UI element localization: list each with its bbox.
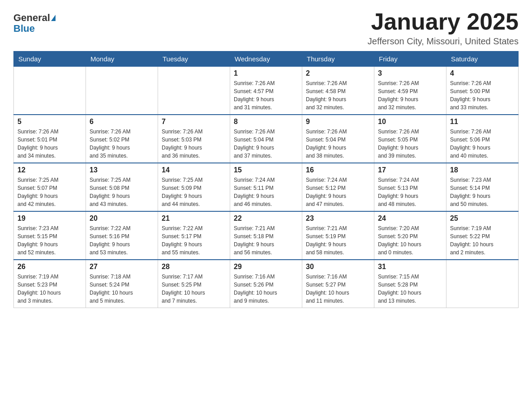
calendar-cell: 21Sunrise: 7:22 AMSunset: 5:17 PMDayligh… xyxy=(158,211,230,260)
calendar-cell: 24Sunrise: 7:20 AMSunset: 5:20 PMDayligh… xyxy=(374,211,446,260)
calendar-cell: 22Sunrise: 7:21 AMSunset: 5:18 PMDayligh… xyxy=(230,211,302,260)
day-info: Sunrise: 7:17 AMSunset: 5:25 PMDaylight:… xyxy=(162,273,226,305)
day-number: 13 xyxy=(90,166,154,174)
calendar-cell: 13Sunrise: 7:25 AMSunset: 5:08 PMDayligh… xyxy=(86,163,158,211)
day-number: 19 xyxy=(17,214,82,223)
day-number: 2 xyxy=(306,69,370,77)
day-info: Sunrise: 7:26 AMSunset: 5:04 PMDaylight:… xyxy=(234,128,298,160)
day-number: 21 xyxy=(162,214,226,223)
calendar-cell: 8Sunrise: 7:26 AMSunset: 5:04 PMDaylight… xyxy=(230,115,302,163)
day-info: Sunrise: 7:23 AMSunset: 5:15 PMDaylight:… xyxy=(17,224,82,257)
logo-general-text: General xyxy=(13,13,50,23)
calendar-cell: 3Sunrise: 7:26 AMSunset: 4:59 PMDaylight… xyxy=(374,67,446,115)
day-info: Sunrise: 7:21 AMSunset: 5:19 PMDaylight:… xyxy=(306,224,370,257)
day-number: 22 xyxy=(234,214,298,223)
calendar-cell: 20Sunrise: 7:22 AMSunset: 5:16 PMDayligh… xyxy=(86,211,158,260)
calendar-cell: 18Sunrise: 7:23 AMSunset: 5:14 PMDayligh… xyxy=(446,163,519,211)
calendar-cell: 1Sunrise: 7:26 AMSunset: 4:57 PMDaylight… xyxy=(230,67,302,115)
day-number: 7 xyxy=(162,118,226,126)
calendar-cell: 4Sunrise: 7:26 AMSunset: 5:00 PMDaylight… xyxy=(446,67,519,115)
calendar-cell: 11Sunrise: 7:26 AMSunset: 5:06 PMDayligh… xyxy=(446,115,519,163)
day-info: Sunrise: 7:24 AMSunset: 5:12 PMDaylight:… xyxy=(306,176,370,208)
calendar-week-row: 12Sunrise: 7:25 AMSunset: 5:07 PMDayligh… xyxy=(14,163,519,211)
calendar-cell: 23Sunrise: 7:21 AMSunset: 5:19 PMDayligh… xyxy=(302,211,374,260)
calendar-week-row: 19Sunrise: 7:23 AMSunset: 5:15 PMDayligh… xyxy=(14,211,519,260)
calendar-cell: 10Sunrise: 7:26 AMSunset: 5:05 PMDayligh… xyxy=(374,115,446,163)
day-number: 23 xyxy=(306,214,370,223)
day-info: Sunrise: 7:21 AMSunset: 5:18 PMDaylight:… xyxy=(234,224,298,257)
day-info: Sunrise: 7:26 AMSunset: 5:03 PMDaylight:… xyxy=(162,128,226,160)
day-number: 1 xyxy=(234,69,298,77)
day-info: Sunrise: 7:26 AMSunset: 5:06 PMDaylight:… xyxy=(450,128,515,160)
day-info: Sunrise: 7:23 AMSunset: 5:14 PMDaylight:… xyxy=(450,176,515,208)
day-number: 18 xyxy=(450,166,515,174)
day-info: Sunrise: 7:26 AMSunset: 4:58 PMDaylight:… xyxy=(306,79,370,111)
day-info: Sunrise: 7:26 AMSunset: 5:05 PMDaylight:… xyxy=(378,128,442,160)
day-info: Sunrise: 7:25 AMSunset: 5:08 PMDaylight:… xyxy=(90,176,154,208)
day-info: Sunrise: 7:16 AMSunset: 5:26 PMDaylight:… xyxy=(234,273,298,305)
day-info: Sunrise: 7:26 AMSunset: 5:02 PMDaylight:… xyxy=(90,128,154,160)
calendar-cell: 19Sunrise: 7:23 AMSunset: 5:15 PMDayligh… xyxy=(14,211,86,260)
calendar-cell: 5Sunrise: 7:26 AMSunset: 5:01 PMDaylight… xyxy=(14,115,86,163)
calendar-cell xyxy=(158,67,230,115)
day-info: Sunrise: 7:26 AMSunset: 4:57 PMDaylight:… xyxy=(234,79,298,111)
day-number: 26 xyxy=(17,263,82,271)
day-info: Sunrise: 7:24 AMSunset: 5:13 PMDaylight:… xyxy=(378,176,442,208)
location-subtitle: Jefferson City, Missouri, United States xyxy=(368,36,519,47)
day-info: Sunrise: 7:25 AMSunset: 5:07 PMDaylight:… xyxy=(17,176,82,208)
calendar-cell: 26Sunrise: 7:19 AMSunset: 5:23 PMDayligh… xyxy=(14,260,86,308)
calendar-header-friday: Friday xyxy=(374,51,446,67)
day-info: Sunrise: 7:25 AMSunset: 5:09 PMDaylight:… xyxy=(162,176,226,208)
calendar-cell: 6Sunrise: 7:26 AMSunset: 5:02 PMDaylight… xyxy=(86,115,158,163)
calendar-cell: 17Sunrise: 7:24 AMSunset: 5:13 PMDayligh… xyxy=(374,163,446,211)
day-info: Sunrise: 7:19 AMSunset: 5:22 PMDaylight:… xyxy=(450,224,515,257)
calendar-cell: 31Sunrise: 7:15 AMSunset: 5:28 PMDayligh… xyxy=(374,260,446,308)
calendar-header-saturday: Saturday xyxy=(446,51,519,67)
day-number: 20 xyxy=(90,214,154,223)
day-number: 17 xyxy=(378,166,442,174)
day-number: 11 xyxy=(450,118,515,126)
day-number: 28 xyxy=(162,263,226,271)
day-info: Sunrise: 7:22 AMSunset: 5:17 PMDaylight:… xyxy=(162,224,226,257)
calendar-cell xyxy=(14,67,86,115)
calendar-week-row: 1Sunrise: 7:26 AMSunset: 4:57 PMDaylight… xyxy=(14,67,519,115)
logo: General Blue xyxy=(13,13,56,34)
calendar-cell xyxy=(86,67,158,115)
calendar-cell: 9Sunrise: 7:26 AMSunset: 5:04 PMDaylight… xyxy=(302,115,374,163)
month-year-title: January 2025 xyxy=(368,9,519,34)
day-number: 29 xyxy=(234,263,298,271)
calendar-cell: 2Sunrise: 7:26 AMSunset: 4:58 PMDaylight… xyxy=(302,67,374,115)
calendar-cell: 28Sunrise: 7:17 AMSunset: 5:25 PMDayligh… xyxy=(158,260,230,308)
day-number: 31 xyxy=(378,263,442,271)
day-number: 25 xyxy=(450,214,515,223)
calendar-header-row: SundayMondayTuesdayWednesdayThursdayFrid… xyxy=(14,51,519,67)
calendar-cell xyxy=(446,260,519,308)
calendar-header-thursday: Thursday xyxy=(302,51,374,67)
day-info: Sunrise: 7:26 AMSunset: 5:01 PMDaylight:… xyxy=(17,128,82,160)
logo-blue-text: Blue xyxy=(13,23,35,34)
calendar-cell: 15Sunrise: 7:24 AMSunset: 5:11 PMDayligh… xyxy=(230,163,302,211)
day-info: Sunrise: 7:16 AMSunset: 5:27 PMDaylight:… xyxy=(306,273,370,305)
day-info: Sunrise: 7:22 AMSunset: 5:16 PMDaylight:… xyxy=(90,224,154,257)
calendar-cell: 16Sunrise: 7:24 AMSunset: 5:12 PMDayligh… xyxy=(302,163,374,211)
day-info: Sunrise: 7:24 AMSunset: 5:11 PMDaylight:… xyxy=(234,176,298,208)
calendar-header-wednesday: Wednesday xyxy=(230,51,302,67)
calendar-cell: 12Sunrise: 7:25 AMSunset: 5:07 PMDayligh… xyxy=(14,163,86,211)
calendar-cell: 30Sunrise: 7:16 AMSunset: 5:27 PMDayligh… xyxy=(302,260,374,308)
day-number: 4 xyxy=(450,69,515,77)
day-info: Sunrise: 7:15 AMSunset: 5:28 PMDaylight:… xyxy=(378,273,442,305)
logo-triangle-icon xyxy=(51,15,56,21)
calendar-header-sunday: Sunday xyxy=(14,51,86,67)
calendar-week-row: 26Sunrise: 7:19 AMSunset: 5:23 PMDayligh… xyxy=(14,260,519,308)
calendar-week-row: 5Sunrise: 7:26 AMSunset: 5:01 PMDaylight… xyxy=(14,115,519,163)
calendar-cell: 27Sunrise: 7:18 AMSunset: 5:24 PMDayligh… xyxy=(86,260,158,308)
day-number: 27 xyxy=(90,263,154,271)
day-info: Sunrise: 7:26 AMSunset: 5:00 PMDaylight:… xyxy=(450,79,515,111)
calendar-cell: 29Sunrise: 7:16 AMSunset: 5:26 PMDayligh… xyxy=(230,260,302,308)
calendar-header-tuesday: Tuesday xyxy=(158,51,230,67)
calendar-cell: 14Sunrise: 7:25 AMSunset: 5:09 PMDayligh… xyxy=(158,163,230,211)
calendar-table: SundayMondayTuesdayWednesdayThursdayFrid… xyxy=(13,51,519,308)
day-number: 8 xyxy=(234,118,298,126)
day-info: Sunrise: 7:18 AMSunset: 5:24 PMDaylight:… xyxy=(90,273,154,305)
day-info: Sunrise: 7:19 AMSunset: 5:23 PMDaylight:… xyxy=(17,273,82,305)
